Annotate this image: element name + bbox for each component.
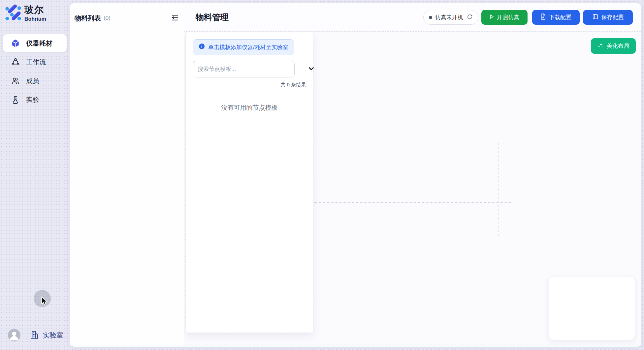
chevron-down-icon [308,66,314,73]
workflow-icon [11,58,20,67]
simulation-status-text: 仿真未开机 [435,14,463,21]
sidebar: 玻尔 Bohrium 仪器耗材 工作流 [0,0,70,350]
sidebar-nav: 仪器耗材 工作流 成员 [0,34,70,108]
materials-panel-header: 物料列表 (0) [75,13,180,23]
main-area: 物料管理 仿真未开机 [184,3,641,347]
sidebar-item-workflow[interactable]: 工作流 [3,53,67,71]
beautify-layout-label: 美化布局 [607,42,629,50]
refresh-icon [467,14,473,21]
template-empty-text: 没有可用的节点模板 [186,103,313,112]
building-icon [30,330,39,341]
download-file-icon [540,14,546,21]
template-hint-text: 单击模板添加仪器/耗材至实验室 [208,44,288,51]
brand[interactable]: 玻尔 Bohrium [0,0,70,22]
template-search-row [193,61,313,77]
brand-name: 玻尔 [24,5,46,15]
save-icon [592,14,598,21]
save-config-label: 保存配置 [601,14,624,21]
workflow-canvas[interactable]: 美化布局 单击模板添加仪器/耗材至实验室 [184,32,641,347]
avatar[interactable] [8,329,20,341]
template-result-count: 共 0 条结果 [186,82,306,88]
play-icon [490,14,494,21]
lab-entry[interactable]: 实验室 [30,330,63,341]
sidebar-item-label: 仪器耗材 [26,39,52,48]
refresh-status-button[interactable] [467,14,473,21]
info-icon [199,43,205,51]
sidebar-item-label: 实验 [26,95,39,104]
materials-count: (0) [104,15,111,21]
canvas-guide-horizontal [314,202,511,203]
lab-label: 实验室 [43,331,63,340]
start-simulation-button[interactable]: 开启仿真 [481,10,528,25]
sidebar-item-members[interactable]: 成员 [3,72,67,90]
bohrium-logo-icon [5,4,21,21]
download-config-button[interactable]: 下载配置 [532,10,580,25]
materials-panel-title: 物料列表 [75,14,101,23]
experiment-icon [11,95,20,104]
sidebar-item-label: 工作流 [26,58,46,67]
canvas-guide-vertical [499,142,499,237]
download-config-label: 下载配置 [549,14,571,21]
menu-fold-icon [171,14,179,22]
members-icon [11,76,20,85]
sidebar-item-experiment[interactable]: 实验 [3,91,67,108]
sidebar-footer: 实验室 [8,329,63,341]
app-window: 物料列表 (0) 物料管理 仿真未开机 [70,3,641,347]
template-search-input[interactable] [193,61,295,77]
start-simulation-label: 开启仿真 [497,14,519,21]
beautify-layout-button[interactable]: 美化布局 [591,38,636,54]
filter-collapse-button[interactable] [306,65,316,73]
collapse-panel-button[interactable] [170,13,180,23]
status-dot-icon [429,16,432,19]
canvas-minimap[interactable] [549,276,635,340]
sidebar-item-label: 成员 [26,76,39,85]
main-header: 物料管理 仿真未开机 [184,3,641,32]
materials-panel: 物料列表 (0) [70,3,184,347]
simulation-status-pill[interactable]: 仿真未开机 [423,10,478,25]
template-hint-banner: 单击模板添加仪器/耗材至实验室 [193,39,294,55]
sparkles-icon [597,42,604,50]
save-config-button[interactable]: 保存配置 [583,10,633,25]
page-title: 物料管理 [196,12,229,23]
cube-icon [11,39,20,48]
node-template-panel: 单击模板添加仪器/耗材至实验室 共 0 条结果 没有可用的节点模板 [185,32,313,333]
brand-subtitle: Bohrium [24,16,46,22]
sidebar-item-instruments[interactable]: 仪器耗材 [3,34,67,52]
